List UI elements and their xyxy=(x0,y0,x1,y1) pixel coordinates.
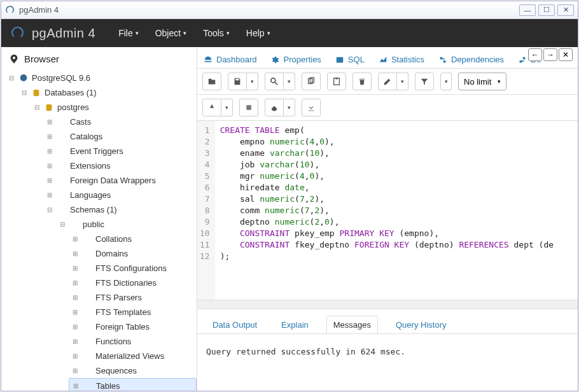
expand-icon[interactable]: ⊞ xyxy=(46,148,53,155)
filter-dropdown[interactable]: ▾ xyxy=(440,73,452,90)
filter-button[interactable] xyxy=(415,73,434,90)
expand-icon[interactable]: ⊞ xyxy=(72,382,80,389)
tab-sql[interactable]: SQL xyxy=(334,51,366,68)
nav-close-button[interactable]: ✕ xyxy=(559,48,573,61)
top-tabs: Dashboard Properties SQL Statistics Depe… xyxy=(197,47,578,69)
expand-icon[interactable]: ⊞ xyxy=(71,309,79,316)
save-dropdown[interactable]: ▾ xyxy=(247,73,258,90)
app-window: pgAdmin 4 — ☐ ✕ pgAdmin 4 File▾ Object▾ … xyxy=(1,1,578,391)
output-tab-explain[interactable]: Explain xyxy=(275,316,315,333)
tab-dashboard[interactable]: Dashboard xyxy=(202,51,258,68)
nav-back-button[interactable]: ← xyxy=(528,48,542,61)
expand-icon[interactable]: ⊞ xyxy=(46,118,53,125)
tree-fts-dictionaries[interactable]: ⊞FTS Dictionaries xyxy=(69,276,197,290)
tree-tables[interactable]: ⊞Tables xyxy=(69,378,197,391)
limit-select[interactable]: No limit▾ xyxy=(458,73,506,90)
menu-file[interactable]: File▾ xyxy=(118,28,139,38)
download-button[interactable] xyxy=(302,99,321,116)
browser-header: Browser xyxy=(1,47,197,71)
close-window-button[interactable]: ✕ xyxy=(557,4,574,16)
expand-icon[interactable]: ⊞ xyxy=(71,250,79,257)
tree-extensions[interactable]: ⊞Extensions xyxy=(43,158,197,173)
tree-materialized-views[interactable]: ⊞Materialized Views xyxy=(69,349,197,363)
collapse-icon[interactable]: ⊟ xyxy=(46,206,53,213)
collapse-icon[interactable]: ⊟ xyxy=(8,74,15,81)
delete-button[interactable] xyxy=(352,73,372,90)
expand-icon[interactable]: ⊞ xyxy=(71,323,79,330)
minimize-button[interactable]: — xyxy=(519,4,536,16)
menu-help[interactable]: Help▾ xyxy=(246,28,270,38)
horizontal-scrollbar[interactable] xyxy=(197,300,578,309)
expand-icon[interactable]: ⊞ xyxy=(46,192,53,199)
expand-icon[interactable]: ⊞ xyxy=(71,353,79,360)
tree-fts-parsers[interactable]: ⊞FTS Parsers xyxy=(69,290,197,305)
tree-fdw[interactable]: ⊞Foreign Data Wrappers xyxy=(43,173,197,188)
execute-button[interactable] xyxy=(202,99,221,116)
brand-text: pgAdmin 4 xyxy=(32,26,95,41)
clear-dropdown[interactable]: ▾ xyxy=(284,99,295,116)
tree-server[interactable]: ⊟PostgreSQL 9.6 xyxy=(5,71,197,85)
chevron-down-icon: ▾ xyxy=(498,78,501,85)
expand-icon[interactable]: ⊞ xyxy=(71,338,79,345)
edit-dropdown[interactable]: ▾ xyxy=(397,73,408,90)
tree-db-postgres[interactable]: ⊟postgres xyxy=(31,100,197,115)
tab-statistics[interactable]: Statistics xyxy=(377,51,426,68)
maximize-button[interactable]: ☐ xyxy=(538,4,555,16)
open-file-button[interactable] xyxy=(202,73,221,90)
query-toolbar-1: ▾ ▾ ▾ ▾ No limit▾ xyxy=(197,69,578,95)
tree-fts-templates[interactable]: ⊞FTS Templates xyxy=(69,305,197,319)
tree-functions[interactable]: ⊞Functions xyxy=(69,334,197,349)
chevron-down-icon: ▾ xyxy=(136,30,139,36)
edit-button[interactable] xyxy=(378,73,397,90)
paste-button[interactable] xyxy=(327,73,346,90)
chevron-down-icon: ▾ xyxy=(183,30,186,36)
execute-dropdown[interactable]: ▾ xyxy=(221,99,233,116)
menu-tools[interactable]: Tools▾ xyxy=(203,28,230,38)
menu-object[interactable]: Object▾ xyxy=(155,28,186,38)
tree-fts-configurations[interactable]: ⊞FTS Configurations xyxy=(69,261,197,276)
tree-collations[interactable]: ⊞Collations xyxy=(69,232,197,246)
svg-rect-0 xyxy=(337,57,344,62)
output-tab-history[interactable]: Query History xyxy=(389,316,452,333)
output-tabs: Data Output Explain Messages Query Histo… xyxy=(197,309,578,333)
tab-dependencies[interactable]: Dependencies xyxy=(437,51,505,68)
copy-button[interactable] xyxy=(302,73,321,90)
find-button[interactable] xyxy=(265,73,284,90)
query-toolbar-2: ▾ ▾ xyxy=(197,95,578,121)
collapse-icon[interactable]: ⊟ xyxy=(59,221,66,228)
nav-forward-button[interactable]: → xyxy=(543,48,557,61)
expand-icon[interactable]: ⊞ xyxy=(71,235,79,242)
expand-icon[interactable]: ⊞ xyxy=(71,279,79,286)
expand-icon[interactable]: ⊞ xyxy=(46,162,53,169)
tree-domains[interactable]: ⊞Domains xyxy=(69,246,197,261)
expand-icon[interactable]: ⊞ xyxy=(71,265,79,272)
tree-databases[interactable]: ⊟Databases (1) xyxy=(18,85,197,100)
expand-icon[interactable]: ⊞ xyxy=(46,133,53,140)
tree-catalogs[interactable]: ⊞Catalogs xyxy=(43,129,197,144)
collapse-icon[interactable]: ⊟ xyxy=(20,89,28,96)
tree-schemas[interactable]: ⊟Schemas (1) xyxy=(43,202,197,217)
svg-rect-5 xyxy=(335,78,338,80)
clear-button[interactable] xyxy=(265,99,284,116)
tree-languages[interactable]: ⊞Languages xyxy=(43,188,197,202)
tree-foreign-tables[interactable]: ⊞Foreign Tables xyxy=(69,319,197,334)
code-area[interactable]: CREATE TABLE emp( empno numeric(4,0), en… xyxy=(215,121,559,300)
stop-button[interactable] xyxy=(239,99,258,116)
tree-sequences[interactable]: ⊞Sequences xyxy=(69,363,197,378)
expand-icon[interactable]: ⊞ xyxy=(71,367,79,374)
chevron-down-icon: ▾ xyxy=(267,30,270,36)
find-dropdown[interactable]: ▾ xyxy=(284,73,295,90)
sql-editor[interactable]: 123456789101112 CREATE TABLE emp( empno … xyxy=(197,121,578,300)
tree-casts[interactable]: ⊞Casts xyxy=(43,115,197,129)
tab-properties[interactable]: Properties xyxy=(270,51,323,68)
tree-event-triggers[interactable]: ⊞Event Triggers xyxy=(43,144,197,158)
expand-icon[interactable]: ⊞ xyxy=(71,294,79,301)
output-tab-messages[interactable]: Messages xyxy=(326,316,378,334)
main-panel: Dashboard Properties SQL Statistics Depe… xyxy=(197,47,578,391)
expand-icon[interactable]: ⊞ xyxy=(46,177,53,184)
output-tab-data[interactable]: Data Output xyxy=(206,316,263,333)
tree-schema-public[interactable]: ⊟public xyxy=(56,217,197,232)
svg-rect-6 xyxy=(246,105,251,110)
save-button[interactable] xyxy=(228,73,247,90)
collapse-icon[interactable]: ⊟ xyxy=(33,104,41,111)
